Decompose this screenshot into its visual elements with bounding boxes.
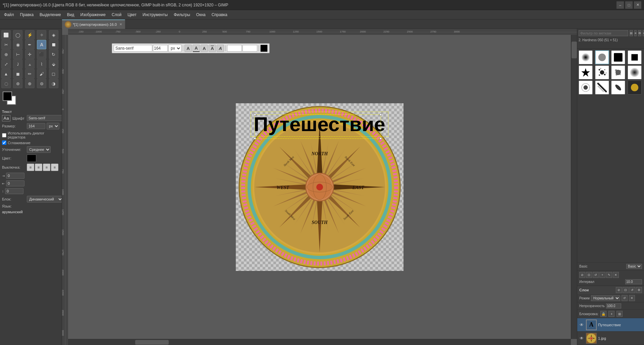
brush-spacing-icon-6[interactable]: ✕ bbox=[613, 272, 619, 278]
maximize-button[interactable]: □ bbox=[625, 1, 633, 9]
brush-spacing-icon-4[interactable]: + bbox=[599, 272, 605, 278]
vertical-scrollbar[interactable] bbox=[571, 35, 577, 339]
fuzzy-select-tool[interactable]: ✧ bbox=[37, 30, 46, 40]
brush-spacing-icon-2[interactable]: ⊡ bbox=[586, 272, 592, 278]
indent-2-input[interactable] bbox=[6, 180, 24, 186]
indent-3-input[interactable] bbox=[5, 188, 23, 194]
brush-item[interactable] bbox=[595, 65, 609, 79]
opacity-input[interactable] bbox=[606, 303, 621, 308]
scissors-select-tool[interactable]: ✂ bbox=[1, 40, 11, 49]
brush-spacing-icon-3[interactable]: ↺ bbox=[593, 272, 599, 278]
toolbar-align-btn-4[interactable]: A bbox=[209, 45, 216, 52]
brush-spacing-icon-1[interactable]: ⊘ bbox=[579, 272, 585, 278]
toolbar-align-btn-5[interactable]: A bbox=[217, 45, 224, 52]
blend-tool[interactable]: ◼ bbox=[13, 69, 22, 78]
airbrush-tool[interactable]: ◌ bbox=[1, 79, 11, 88]
toolbar-align-btn-3[interactable]: A bbox=[201, 45, 208, 52]
menu-colors[interactable]: Цвет bbox=[125, 11, 139, 18]
healing-tool[interactable]: ⊕ bbox=[25, 79, 35, 88]
menu-edit[interactable]: Правка bbox=[17, 11, 37, 18]
layers-btn-2[interactable]: ⊡ bbox=[623, 287, 629, 293]
brush-item[interactable] bbox=[611, 50, 625, 64]
eraser-tool[interactable]: ◻ bbox=[49, 69, 58, 78]
layer-item[interactable]: 👁 А Путешествие bbox=[577, 318, 644, 332]
perspective-tool[interactable]: ⟁ bbox=[25, 59, 35, 69]
tab-close-button[interactable]: ✕ bbox=[119, 22, 122, 26]
rect-select-tool[interactable]: ⬜ bbox=[1, 30, 11, 40]
select-by-color-tool[interactable]: ◈ bbox=[49, 30, 58, 40]
lock-position-btn[interactable]: + bbox=[608, 311, 614, 317]
brush-filter-input[interactable] bbox=[579, 30, 628, 36]
spacing-input[interactable] bbox=[625, 279, 642, 284]
close-button[interactable]: ✕ bbox=[634, 1, 641, 9]
toolbar-size-input[interactable] bbox=[153, 45, 168, 52]
justify-center-button[interactable]: ≡ bbox=[35, 164, 42, 171]
brush-spacing-icon-5[interactable]: ✎ bbox=[606, 272, 612, 278]
color-picker-tool[interactable]: 🔲 bbox=[49, 40, 58, 49]
image-tab[interactable]: *[1] (импортировано)-16.0 ✕ bbox=[62, 19, 125, 29]
text-tool[interactable]: A bbox=[37, 40, 46, 49]
toolbar-x-input[interactable] bbox=[227, 45, 242, 52]
free-select-tool[interactable]: ⚡ bbox=[25, 30, 35, 40]
menu-image[interactable]: Изображение bbox=[77, 11, 108, 18]
brush-item[interactable] bbox=[628, 80, 642, 95]
toolbar-unit-select[interactable]: px bbox=[168, 45, 181, 52]
toolbar-color-swatch[interactable] bbox=[260, 45, 268, 52]
3d-transform-tool[interactable]: ⬙ bbox=[49, 59, 58, 69]
layers-btn-3[interactable]: ↺ bbox=[629, 287, 635, 293]
menu-view[interactable]: Вид bbox=[64, 11, 77, 18]
toolbar-align-btn-2[interactable]: A bbox=[193, 45, 200, 52]
hinting-select[interactable]: Среднее Нет Слабое Полное bbox=[27, 146, 51, 153]
paths-tool[interactable]: ✒ bbox=[25, 40, 35, 49]
brush-item[interactable] bbox=[595, 80, 609, 95]
brush-item[interactable] bbox=[579, 65, 593, 79]
indent-1-input[interactable] bbox=[6, 173, 24, 179]
brush-item[interactable] bbox=[611, 65, 625, 79]
scale-tool[interactable]: ⤢ bbox=[1, 59, 11, 69]
rotate-tool[interactable]: ↻ bbox=[49, 50, 58, 59]
menu-tools[interactable]: Инструменты bbox=[140, 11, 170, 18]
menu-windows[interactable]: Окна bbox=[194, 11, 208, 18]
text-color-swatch[interactable] bbox=[27, 155, 36, 162]
justify-right-button[interactable]: ≡ bbox=[43, 164, 50, 171]
layer-visibility-btn[interactable]: 👁 bbox=[579, 322, 585, 328]
size-unit-select[interactable]: px pt bbox=[47, 123, 59, 129]
layers-btn-1[interactable]: ⊘ bbox=[616, 287, 622, 293]
bucket-fill-tool[interactable]: ▲ bbox=[1, 69, 11, 78]
layer-mode-select[interactable]: Нормальный bbox=[591, 295, 620, 301]
zoom-tool[interactable]: ⊕ bbox=[1, 50, 11, 59]
warp-transform-tool[interactable]: ⌇ bbox=[37, 59, 46, 69]
brush-view-btn-3[interactable]: ⚙ bbox=[638, 30, 641, 36]
block-select[interactable]: Динамический Фиксированный bbox=[27, 196, 62, 203]
menu-select[interactable]: Выделение bbox=[37, 11, 64, 18]
layers-btn-4[interactable]: ⚙ bbox=[636, 287, 642, 293]
layer-visibility-btn[interactable]: 👁 bbox=[579, 335, 585, 341]
layer-mode-icon-1[interactable]: ↺ bbox=[622, 295, 628, 301]
brush-item[interactable] bbox=[628, 65, 642, 79]
shear-tool[interactable]: ⤸ bbox=[13, 59, 22, 69]
brush-view-btn-1[interactable]: ⊞ bbox=[630, 30, 633, 36]
align-tool[interactable]: ⬛ bbox=[37, 50, 46, 59]
brush-item[interactable] bbox=[611, 80, 625, 95]
toolbar-y-input[interactable] bbox=[243, 45, 257, 52]
brush-group-dropdown[interactable]: Basic bbox=[626, 264, 642, 269]
move-tool[interactable]: ✛ bbox=[25, 50, 35, 59]
font-size-input[interactable] bbox=[27, 123, 45, 129]
brush-view-btn-2[interactable]: ≡ bbox=[634, 30, 637, 36]
menu-layer[interactable]: Слой bbox=[109, 11, 124, 18]
justify-left-button[interactable]: ≡ bbox=[27, 164, 34, 171]
measure-tool[interactable]: ⊢ bbox=[13, 50, 22, 59]
foreground-select-tool[interactable]: ◉ bbox=[13, 40, 22, 49]
smoothing-checkbox[interactable] bbox=[2, 140, 6, 145]
foreground-color-swatch[interactable] bbox=[3, 92, 12, 101]
brush-item[interactable] bbox=[579, 80, 593, 95]
smudge-tool[interactable]: ⊜ bbox=[37, 79, 46, 88]
menu-file[interactable]: Файл bbox=[1, 11, 17, 18]
canvas-area[interactable]: px A A A A A bbox=[68, 35, 571, 339]
pencil-tool[interactable]: ✏ bbox=[25, 69, 35, 78]
brush-item[interactable] bbox=[595, 50, 609, 64]
brush-item[interactable] bbox=[579, 50, 593, 64]
lock-pixels-btn[interactable]: 🔒 bbox=[600, 311, 606, 317]
toolbar-align-btn-1[interactable]: A bbox=[184, 45, 192, 52]
minimize-button[interactable]: – bbox=[616, 1, 624, 9]
